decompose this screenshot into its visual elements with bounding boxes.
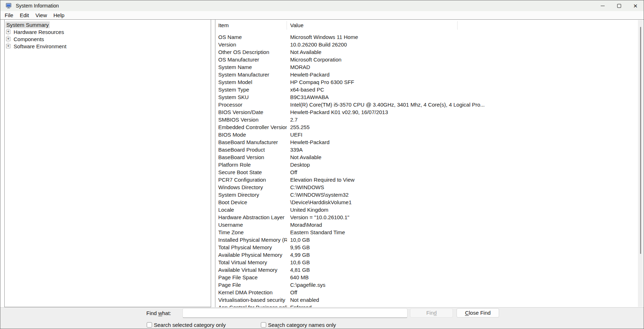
table-row[interactable]: Other OS Description Not Available (215, 48, 644, 56)
value-cell: Desktop (287, 161, 644, 168)
table-row[interactable]: System Name MORAD (215, 63, 644, 71)
value-cell: 339A (287, 146, 644, 153)
table-row[interactable]: System Manufacturer Hewlett-Packard (215, 71, 644, 78)
minimize-icon (601, 6, 605, 6)
window-title: System Information (16, 3, 59, 9)
table-row[interactable]: Virtualisation-based security Not enable… (215, 296, 644, 304)
item-cell: Windows Directory (215, 183, 287, 191)
table-row[interactable]: Time Zone Eastern Standard Time (215, 229, 644, 236)
value-cell: Off (287, 289, 644, 296)
table-row[interactable]: Username Morad\Morad (215, 221, 644, 229)
table-row[interactable]: Boot Device \Device\HarddiskVolume1 (215, 198, 644, 206)
value-cell: 640 MB (287, 274, 644, 281)
table-row[interactable]: System Type x64-based PC (215, 86, 644, 93)
find-input[interactable] (182, 308, 408, 318)
table-row[interactable]: Windows Directory C:\WINDOWS (215, 183, 644, 191)
close-find-button[interactable]: Close Find (457, 308, 499, 318)
item-cell: BaseBoard Manufacturer (215, 138, 287, 146)
tree-item-system-summary[interactable]: System Summary (5, 21, 211, 28)
minimize-button[interactable] (594, 0, 611, 11)
table-row[interactable]: Installed Physical Memory (RAM) 10,0 GB (215, 236, 644, 244)
expand-plus-icon[interactable]: + (6, 44, 10, 48)
tree-item-label: Hardware Resources (13, 29, 65, 35)
item-cell: System Model (215, 78, 287, 86)
item-cell: Platform Role (215, 161, 287, 168)
value-cell: C:\WINDOWS (287, 183, 644, 191)
table-row[interactable]: BaseBoard Manufacturer Hewlett-Packard (215, 138, 644, 146)
table-row[interactable]: Page File Space 640 MB (215, 274, 644, 281)
value-cell: UEFI (287, 131, 644, 138)
menu-help[interactable]: Help (50, 12, 68, 18)
close-icon: ✕ (633, 3, 638, 9)
menu-edit[interactable]: Edit (16, 12, 32, 18)
table-row[interactable]: Kernel DMA Protection Off (215, 289, 644, 296)
checkbox-label: Search category names only (268, 322, 336, 328)
caption-buttons: ✕ (594, 0, 644, 11)
expand-plus-icon[interactable]: + (6, 30, 10, 34)
table-row[interactable]: Hardware Abstraction Layer Version = "10… (215, 213, 644, 221)
scrollbar-thumb[interactable] (640, 27, 641, 254)
checkbox-icon[interactable] (261, 322, 266, 328)
column-separator[interactable] (287, 21, 287, 30)
table-row[interactable]: Page File C:\pagefile.sys (215, 281, 644, 289)
value-cell: 255.255 (287, 123, 644, 131)
table-row[interactable]: Platform Role Desktop (215, 161, 644, 168)
table-row[interactable]: BIOS Version/Date Hewlett-Packard K01 v0… (215, 108, 644, 116)
value-cell: Not enabled (287, 296, 644, 304)
table-row[interactable]: System Model HP Compaq Pro 6300 SFF (215, 78, 644, 86)
table-row[interactable]: BaseBoard Version Not Available (215, 153, 644, 161)
column-header-item[interactable]: Item (215, 20, 287, 31)
value-cell: Microsoft Windows 11 Home (287, 33, 644, 41)
value-cell: 4,99 GB (287, 251, 644, 259)
table-row[interactable]: Locale United Kingdom (215, 206, 644, 213)
table-row[interactable]: Total Virtual Memory 10,6 GB (215, 259, 644, 266)
search-selected-category-checkbox[interactable]: Search selected category only (147, 322, 226, 328)
tree-item-components[interactable]: + Components (5, 35, 211, 43)
value-cell: Hewlett-Packard (287, 138, 644, 146)
content-area: System Summary + Hardware Resources + Co… (0, 19, 644, 307)
value-cell: Elevation Required to View (287, 176, 644, 183)
item-cell: BaseBoard Product (215, 146, 287, 153)
list-header: Item Value (215, 20, 644, 31)
menu-view[interactable]: View (32, 12, 50, 18)
item-cell: Page File (215, 281, 287, 289)
menu-file[interactable]: File (1, 12, 16, 18)
value-cell: Hewlett-Packard K01 v02.90, 16/07/2013 (287, 108, 644, 116)
table-row[interactable]: System Directory C:\WINDOWS\system32 (215, 191, 644, 198)
value-cell: Eastern Standard Time (287, 229, 644, 236)
value-cell: Morad\Morad (287, 221, 644, 229)
expand-plus-icon[interactable]: + (6, 37, 10, 41)
item-cell: Total Physical Memory (215, 244, 287, 251)
find-button[interactable]: Find (410, 308, 453, 318)
app-icon (6, 3, 12, 9)
table-row[interactable]: PCR7 Configuration Elevation Required to… (215, 176, 644, 183)
maximize-button[interactable] (611, 0, 627, 11)
table-row[interactable]: BaseBoard Product 339A (215, 146, 644, 153)
table-row[interactable]: Version 10.0.26200 Build 26200 (215, 41, 644, 48)
search-category-names-checkbox[interactable]: Search category names only (261, 322, 336, 328)
table-row[interactable]: Available Virtual Memory 4,81 GB (215, 266, 644, 274)
table-row[interactable]: SMBIOS Version 2.7 (215, 116, 644, 123)
value-cell: \Device\HarddiskVolume1 (287, 198, 644, 206)
tree-item-software-environment[interactable]: + Software Environment (5, 43, 211, 50)
value-cell: Intel(R) Core(TM) i5-3570 CPU @ 3.40GHz,… (287, 101, 644, 108)
item-cell: Embedded Controller Version (215, 123, 287, 131)
item-cell: Boot Device (215, 198, 287, 206)
table-row[interactable]: Secure Boot State Off (215, 168, 644, 176)
table-row[interactable]: OS Name Microsoft Windows 11 Home (215, 33, 644, 41)
tree-item-label: System Summary (5, 21, 50, 28)
table-row[interactable]: Total Physical Memory 9,95 GB (215, 244, 644, 251)
tree-item-hardware-resources[interactable]: + Hardware Resources (5, 28, 211, 35)
close-button[interactable]: ✕ (627, 0, 644, 11)
table-row[interactable]: System SKU B9C31AW#ABA (215, 93, 644, 101)
table-row[interactable]: Processor Intel(R) Core(TM) i5-3570 CPU … (215, 101, 644, 108)
table-row[interactable]: Available Physical Memory 4,99 GB (215, 251, 644, 259)
vertical-scrollbar[interactable] (638, 20, 643, 307)
column-header-value[interactable]: Value (287, 20, 303, 31)
checkbox-icon[interactable] (147, 322, 152, 328)
table-row[interactable]: Embedded Controller Version 255.255 (215, 123, 644, 131)
tree-item-label: Software Environment (13, 43, 68, 50)
table-row[interactable]: OS Manufacturer Microsoft Corporation (215, 56, 644, 63)
table-row[interactable]: BIOS Mode UEFI (215, 131, 644, 138)
column-separator[interactable] (457, 21, 458, 30)
